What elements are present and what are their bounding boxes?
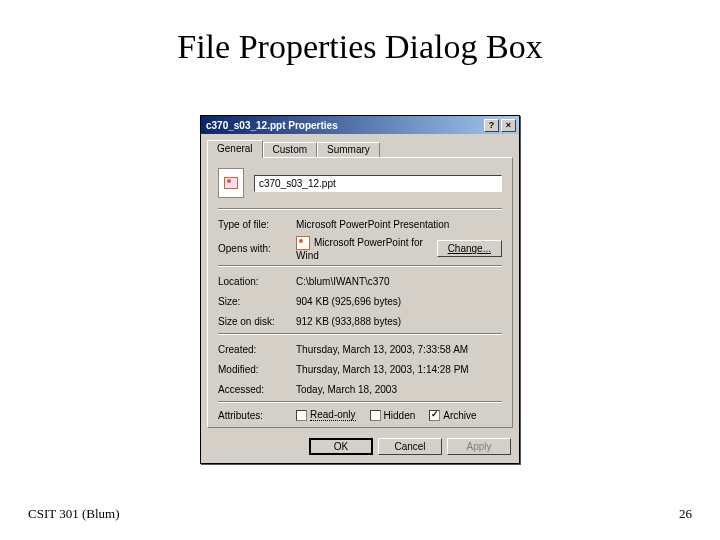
opens-with-text: Microsoft PowerPoint for Wind xyxy=(296,237,423,261)
size-label: Size: xyxy=(218,296,296,307)
archive-checkbox[interactable] xyxy=(429,410,440,421)
readonly-checkbox[interactable] xyxy=(296,410,307,421)
accessed-label: Accessed: xyxy=(218,384,296,395)
size-value: 904 KB (925,696 bytes) xyxy=(296,296,502,307)
titlebar[interactable]: c370_s03_12.ppt Properties ? × xyxy=(201,116,519,134)
divider xyxy=(218,333,502,335)
divider xyxy=(218,208,502,210)
close-button[interactable]: × xyxy=(501,119,516,132)
opens-with-value: Microsoft PowerPoint for Wind xyxy=(296,236,437,261)
tab-strip: General Custom Summary xyxy=(207,140,513,157)
filename-field[interactable]: c370_s03_12.ppt xyxy=(254,175,502,192)
opens-with-label: Opens with: xyxy=(218,243,296,254)
modified-value: Thursday, March 13, 2003, 1:14:28 PM xyxy=(296,364,502,375)
type-label: Type of file: xyxy=(218,219,296,230)
divider xyxy=(218,265,502,267)
file-icon xyxy=(218,168,244,198)
help-button[interactable]: ? xyxy=(484,119,499,132)
footer-page-number: 26 xyxy=(679,506,692,522)
attributes-label: Attributes: xyxy=(218,410,296,421)
powerpoint-icon xyxy=(296,236,310,250)
created-label: Created: xyxy=(218,344,296,355)
divider xyxy=(218,401,502,403)
ok-button[interactable]: OK xyxy=(309,438,373,455)
apply-button[interactable]: Apply xyxy=(447,438,511,455)
type-value: Microsoft PowerPoint Presentation xyxy=(296,219,502,230)
hidden-checkbox[interactable] xyxy=(370,410,381,421)
cancel-button[interactable]: Cancel xyxy=(378,438,442,455)
properties-dialog: c370_s03_12.ppt Properties ? × General C… xyxy=(200,115,520,464)
hidden-label: Hidden xyxy=(384,410,416,421)
dialog-button-row: OK Cancel Apply xyxy=(201,434,519,463)
modified-label: Modified: xyxy=(218,364,296,375)
slide-title: File Properties Dialog Box xyxy=(0,28,720,66)
location-label: Location: xyxy=(218,276,296,287)
general-panel: c370_s03_12.ppt Type of file: Microsoft … xyxy=(207,157,513,428)
tab-custom[interactable]: Custom xyxy=(263,142,317,157)
archive-label: Archive xyxy=(443,410,476,421)
size-on-disk-label: Size on disk: xyxy=(218,316,296,327)
footer-left: CSIT 301 (Blum) xyxy=(28,506,120,522)
dialog-title: c370_s03_12.ppt Properties xyxy=(204,120,482,131)
readonly-label: Read-only xyxy=(310,409,356,421)
tab-general[interactable]: General xyxy=(207,140,263,158)
accessed-value: Today, March 18, 2003 xyxy=(296,384,502,395)
created-value: Thursday, March 13, 2003, 7:33:58 AM xyxy=(296,344,502,355)
size-on-disk-value: 912 KB (933,888 bytes) xyxy=(296,316,502,327)
change-button[interactable]: Change... xyxy=(437,240,502,257)
location-value: C:\blum\IWANT\c370 xyxy=(296,276,502,287)
tab-summary[interactable]: Summary xyxy=(317,142,380,157)
